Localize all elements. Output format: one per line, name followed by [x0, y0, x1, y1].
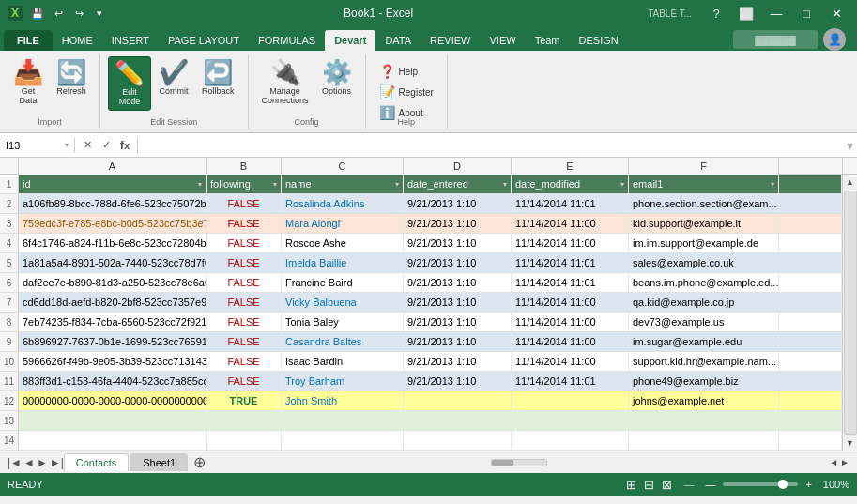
minimize-button[interactable]: —	[763, 4, 789, 23]
cell-r3-c1[interactable]: FALSE	[207, 214, 282, 233]
name-box-dropdown[interactable]: ▾	[65, 141, 69, 149]
cell-r12-c3[interactable]	[404, 391, 512, 410]
zoom-out-button[interactable]: —	[705, 479, 715, 490]
cell-r13-c3[interactable]	[404, 411, 512, 430]
header-cell-name[interactable]: name▾	[282, 175, 404, 193]
cell-r8-c5[interactable]: dev73@example.us	[629, 313, 779, 331]
tab-page-layout[interactable]: PAGE LAYOUT	[159, 30, 249, 51]
sheet-scroll-prev[interactable]: ◄	[23, 456, 35, 469]
cell-r2-c0[interactable]: a106fb89-8bcc-788d-6fe6-523cc75072b7	[19, 194, 207, 213]
cell-r13-c0[interactable]	[19, 411, 207, 430]
header-cell-following[interactable]: following▾	[207, 175, 282, 193]
undo-button[interactable]: ↩	[49, 4, 68, 23]
h-scroll-right[interactable]: ►	[840, 457, 849, 467]
cell-r9-c2[interactable]: Casandra Baltes	[282, 332, 404, 351]
cell-r11-c2[interactable]: Troy Barham	[282, 372, 404, 390]
cell-r10-c1[interactable]: FALSE	[207, 352, 282, 371]
header-cell-date-entered[interactable]: date_entered▾	[404, 175, 512, 193]
formula-input[interactable]	[138, 138, 843, 153]
cell-r5-c1[interactable]: FALSE	[207, 253, 282, 272]
filter-icon-email1[interactable]: ▾	[771, 180, 774, 189]
sheet-scroll-first[interactable]: |◄	[8, 456, 22, 469]
cell-r6-c4[interactable]: 11/14/2014 11:01	[512, 273, 629, 292]
cell-r9-c1[interactable]: FALSE	[207, 332, 282, 351]
quick-access-more[interactable]: ▾	[90, 4, 109, 23]
cell-r12-c2[interactable]: John Smith	[282, 391, 404, 410]
header-cell-id[interactable]: id▾	[19, 175, 207, 193]
cell-r11-c1[interactable]: FALSE	[207, 372, 282, 390]
cell-r5-c3[interactable]: 9/21/2013 1:10	[404, 253, 512, 272]
close-button[interactable]: ✕	[823, 4, 849, 23]
zoom-in-button[interactable]: +	[805, 479, 811, 490]
cell-r12-c4[interactable]	[512, 391, 629, 410]
maximize-button[interactable]: □	[793, 4, 819, 23]
cell-r9-c5[interactable]: im.sugar@example.edu	[629, 332, 779, 351]
sheet-scroll-last[interactable]: ►|	[50, 456, 64, 469]
scroll-up-arrow[interactable]: ▲	[843, 175, 858, 190]
filter-icon-date-modified[interactable]: ▾	[620, 180, 624, 189]
cell-r12-c5[interactable]: johns@example.net	[629, 391, 779, 410]
edit-mode-button[interactable]: ✏️ EditMode	[108, 56, 151, 111]
cell-r12-c1[interactable]: TRUE	[207, 391, 282, 410]
col-header-D[interactable]: D	[404, 158, 512, 175]
col-header-C[interactable]: C	[282, 158, 404, 175]
formula-expand-icon[interactable]: ▾	[843, 138, 857, 153]
cell-r4-c1[interactable]: FALSE	[207, 234, 282, 252]
cell-r4-c3[interactable]: 9/21/2013 1:10	[404, 234, 512, 252]
cell-r13-c2[interactable]	[282, 411, 404, 430]
col-header-E[interactable]: E	[512, 158, 629, 175]
cell-r6-c0[interactable]: daf2ee7e-b890-81d3-a250-523cc78e6a03	[19, 273, 207, 292]
col-header-A[interactable]: A	[19, 158, 207, 175]
tab-file[interactable]: FILE	[4, 30, 53, 51]
cell-r4-c2[interactable]: Roscoe Ashe	[282, 234, 404, 252]
tab-data[interactable]: DATA	[375, 30, 421, 51]
tab-formulas[interactable]: FORMULAS	[249, 30, 325, 51]
tab-home[interactable]: HOME	[53, 30, 102, 51]
cell-r14-c5[interactable]	[629, 431, 779, 450]
tab-insert[interactable]: INSERT	[102, 30, 159, 51]
page-break-view-icon[interactable]: ⊠	[662, 478, 672, 492]
tab-team[interactable]: Team	[526, 30, 570, 51]
horizontal-scroll-track[interactable]	[491, 459, 547, 466]
cell-r7-c0[interactable]: cd6dd18d-aefd-b820-2bf8-523cc7357e9e	[19, 293, 207, 312]
rollback-button[interactable]: ↩️ Rollback	[196, 56, 240, 99]
cell-r7-c5[interactable]: qa.kid@example.co.jp	[629, 293, 779, 312]
filter-icon-id[interactable]: ▾	[198, 180, 202, 189]
cell-r3-c4[interactable]: 11/14/2014 11:00	[512, 214, 629, 233]
add-sheet-button[interactable]: ⊕	[190, 453, 208, 472]
commit-button[interactable]: ✔️ Commit	[153, 56, 194, 99]
tab-design[interactable]: DESIGN	[570, 30, 628, 51]
save-button[interactable]: 💾	[28, 4, 47, 23]
cell-r11-c5[interactable]: phone49@example.biz	[629, 372, 779, 390]
header-cell-date-modified[interactable]: date_modified▾	[512, 175, 629, 193]
cell-r6-c2[interactable]: Francine Baird	[282, 273, 404, 292]
cell-r14-c3[interactable]	[404, 431, 512, 450]
filter-icon-following[interactable]: ▾	[273, 180, 277, 189]
cell-r13-c1[interactable]	[207, 411, 282, 430]
cell-r10-c5[interactable]: support.kid.hr@example.nam...	[629, 352, 779, 371]
cell-r4-c4[interactable]: 11/14/2014 11:00	[512, 234, 629, 252]
cell-r13-c5[interactable]	[629, 411, 779, 430]
page-layout-view-icon[interactable]: ⊟	[644, 478, 654, 492]
cell-r5-c5[interactable]: sales@example.co.uk	[629, 253, 779, 272]
cell-r9-c4[interactable]: 11/14/2014 11:00	[512, 332, 629, 351]
vertical-scrollbar[interactable]: ▲ ▼	[842, 175, 857, 451]
name-box[interactable]: I13 ▾	[0, 138, 75, 153]
options-button[interactable]: ⚙️ Options	[316, 56, 358, 99]
cell-r8-c0[interactable]: 7eb74235-f834-7cba-6560-523cc72f9213	[19, 313, 207, 331]
tab-view[interactable]: VIEW	[481, 30, 526, 51]
cell-r10-c4[interactable]: 11/14/2014 11:00	[512, 352, 629, 371]
confirm-formula-icon[interactable]: ✓	[98, 137, 115, 154]
cell-r10-c0[interactable]: 5966626f-f49b-9e05-3b39-523cc7131436	[19, 352, 207, 371]
grid-view-icon[interactable]: ⊞	[626, 478, 636, 492]
h-scroll-left[interactable]: ◄	[829, 457, 838, 467]
insert-function-icon[interactable]: fx	[116, 137, 133, 154]
cell-r11-c0[interactable]: 883ff3d1-c153-46fa-4404-523cc7a885cc	[19, 372, 207, 390]
horizontal-scroll-thumb[interactable]	[492, 460, 513, 466]
help-button[interactable]: ?	[703, 4, 729, 23]
scroll-track-vertical[interactable]	[844, 191, 857, 435]
header-cell-email1[interactable]: email1▾	[629, 175, 779, 193]
sheet-scroll-next[interactable]: ►	[37, 456, 48, 469]
cell-r7-c4[interactable]: 11/14/2014 11:00	[512, 293, 629, 312]
cell-r7-c1[interactable]: FALSE	[207, 293, 282, 312]
